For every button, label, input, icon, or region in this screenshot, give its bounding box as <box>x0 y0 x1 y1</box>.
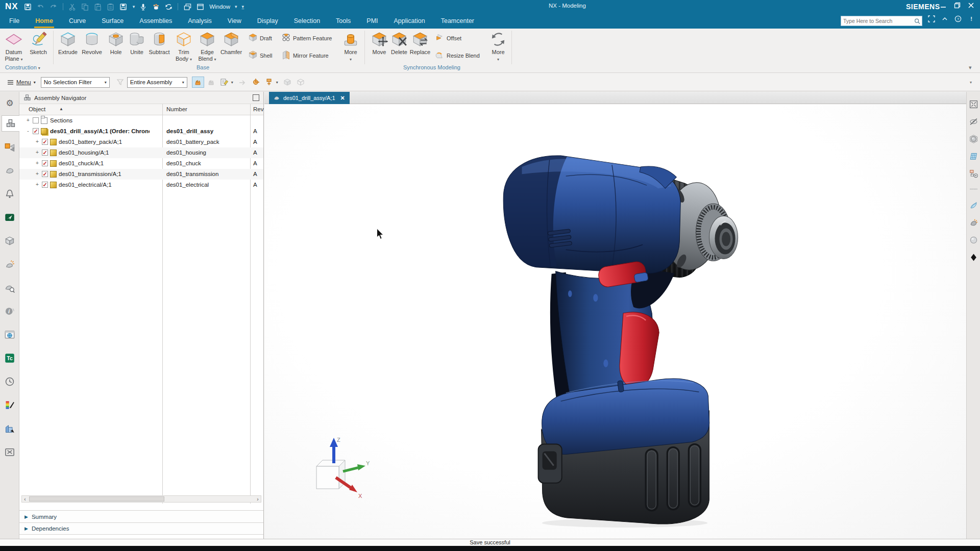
group-label-construction[interactable]: Construction ▾ <box>5 64 40 70</box>
scrollbar-thumb[interactable] <box>29 496 164 502</box>
chevron-down-icon[interactable]: ▾ <box>231 80 233 85</box>
toolbox-icon[interactable] <box>2 444 18 460</box>
sketch-button[interactable]: Sketch <box>27 30 50 56</box>
undo-icon[interactable] <box>36 2 45 11</box>
checkbox-icon[interactable]: ✓ <box>42 160 48 166</box>
render-style-icon[interactable] <box>968 134 979 144</box>
shell-button[interactable]: Shell <box>248 50 272 61</box>
tab-file[interactable]: File <box>8 14 20 28</box>
subtract-button[interactable]: Subtract <box>148 30 171 56</box>
minimize-button[interactable] <box>940 2 947 11</box>
checkbox-icon[interactable]: ✓ <box>42 139 48 145</box>
microphone-icon[interactable] <box>138 2 148 11</box>
refresh-icon[interactable] <box>164 2 173 11</box>
expander-icon[interactable]: + <box>35 149 40 155</box>
tab-tools[interactable]: Tools <box>335 14 352 28</box>
notifications-bell-icon[interactable] <box>2 186 18 202</box>
expander-icon[interactable]: + <box>26 117 31 123</box>
pattern-feature-button[interactable]: Pattern Feature <box>281 33 332 43</box>
extrude-button[interactable]: Extrude <box>56 30 80 56</box>
tab-analysis[interactable]: Analysis <box>187 14 213 28</box>
find-component-icon[interactable] <box>2 280 18 296</box>
selection-filter-dropdown[interactable]: No Selection Filter▾ <box>41 77 110 88</box>
trim-body-button[interactable]: Trim Body ▾ <box>172 30 195 63</box>
assembly-navigator-icon[interactable] <box>2 115 19 132</box>
checkbox-icon[interactable]: ✓ <box>42 149 48 156</box>
show-hide-icon[interactable] <box>968 116 979 127</box>
search-icon[interactable] <box>914 18 920 24</box>
chamfer-button[interactable]: Chamfer <box>219 30 243 56</box>
cascade-windows-icon[interactable] <box>183 2 192 11</box>
roles-icon[interactable]: ⚙ <box>2 95 18 111</box>
table-row-sections[interactable]: + Sections <box>19 115 263 126</box>
alerts-icon[interactable]: ! <box>968 15 975 24</box>
tab-selection[interactable]: Selection <box>293 14 321 28</box>
revolve-button[interactable]: Revolve <box>80 30 104 56</box>
base-more-button[interactable]: More▾ <box>339 30 362 63</box>
window-menu[interactable]: Window <box>209 4 230 10</box>
table-row-housing[interactable]: + ✓ des01_housing/A;1 des01_housing A <box>19 147 263 158</box>
checkbox-icon[interactable]: ✓ <box>33 128 39 134</box>
annotation-add-icon[interactable] <box>968 168 979 179</box>
color-palette-icon[interactable] <box>2 397 18 413</box>
window-icon[interactable] <box>195 2 205 11</box>
tab-assemblies[interactable]: Assemblies <box>138 14 173 28</box>
shaded-view-icon[interactable] <box>282 77 294 88</box>
tab-application[interactable]: Application <box>393 14 426 28</box>
toolbar-collapse-icon[interactable]: ▾ <box>970 80 972 85</box>
expander-icon[interactable]: + <box>35 182 40 187</box>
checkbox-icon[interactable] <box>33 117 39 123</box>
unite-button[interactable]: Unite <box>125 30 149 56</box>
tab-surface[interactable]: Surface <box>101 14 125 28</box>
tab-curve[interactable]: Curve <box>68 14 87 28</box>
tab-des01-drill-assy[interactable]: des01_drill_assy/A;1 ✕ <box>269 92 350 104</box>
web-browser-icon[interactable] <box>2 327 18 343</box>
sort-ascending-icon[interactable]: ▲ <box>59 107 63 111</box>
cut-icon[interactable] <box>68 2 77 11</box>
navigate-icon[interactable] <box>237 77 249 88</box>
fit-view-icon[interactable] <box>968 99 979 110</box>
surface-grid-icon[interactable] <box>968 151 979 162</box>
column-rev[interactable]: Rev <box>253 106 263 112</box>
chevron-down-icon[interactable]: ▾ <box>133 4 135 9</box>
selection-scope-dropdown[interactable]: Entire Assembly▾ <box>127 77 187 88</box>
touch-mode-icon[interactable] <box>205 77 217 88</box>
undock-panel-icon[interactable] <box>253 94 259 101</box>
edge-blend-button[interactable]: Edge Blend ▾ <box>195 30 219 63</box>
ribbon-collapse-icon[interactable]: ▾ <box>969 64 972 71</box>
scroll-left-icon[interactable]: ‹ <box>22 496 28 502</box>
table-row-transmission[interactable]: + ✓ des01_transmission/A;1 des01_transmi… <box>19 169 263 180</box>
expander-icon[interactable]: + <box>35 160 40 166</box>
column-number[interactable]: Number <box>166 106 187 112</box>
mirror-feature-button[interactable]: Mirror Feature <box>281 50 329 61</box>
drill-3d-model[interactable] <box>489 144 750 528</box>
tab-pmi[interactable]: PMI <box>365 14 379 28</box>
paste-icon[interactable] <box>93 2 103 11</box>
copy-icon[interactable] <box>81 2 90 11</box>
tab-home[interactable]: Home <box>34 14 54 28</box>
delete-face-button[interactable]: Delete <box>387 30 411 56</box>
assistant-icon[interactable] <box>151 2 160 11</box>
table-row-drill-assy[interactable]: - ✓ des01_drill_assy/A;1 (Order: Chronol… <box>19 126 263 137</box>
hole-button[interactable]: Hole <box>104 30 128 56</box>
column-object[interactable]: Object <box>29 106 45 112</box>
part-navigator-icon[interactable] <box>2 162 18 179</box>
expander-icon[interactable]: + <box>35 171 40 177</box>
table-row-battery-pack[interactable]: + ✓ des01_battery_pack/A;1 des01_battery… <box>19 137 263 147</box>
group-label-base[interactable]: Base <box>197 64 209 70</box>
replace-face-button[interactable]: Replace <box>408 30 432 56</box>
datum-plane-button[interactable]: Datum Plane ▾ <box>2 30 26 63</box>
table-row-chuck[interactable]: + ✓ des01_chuck/A;1 des01_chuck A <box>19 158 263 169</box>
view-list-icon[interactable] <box>218 77 231 88</box>
offset-region-button[interactable]: Offset <box>435 33 461 43</box>
customer-defaults-icon[interactable] <box>2 420 18 437</box>
horizontal-scrollbar[interactable]: ‹ › <box>21 495 261 503</box>
draft-button[interactable]: Draft <box>248 33 272 43</box>
orientation-triad[interactable]: Z Y X <box>304 435 372 500</box>
paste-special-icon[interactable] <box>106 2 115 11</box>
redo-icon[interactable] <box>49 2 58 11</box>
fullscreen-icon[interactable] <box>928 15 935 24</box>
hd3d-tools-icon[interactable] <box>2 256 18 272</box>
close-button[interactable] <box>968 2 974 11</box>
wireframe-view-icon[interactable] <box>295 77 307 88</box>
